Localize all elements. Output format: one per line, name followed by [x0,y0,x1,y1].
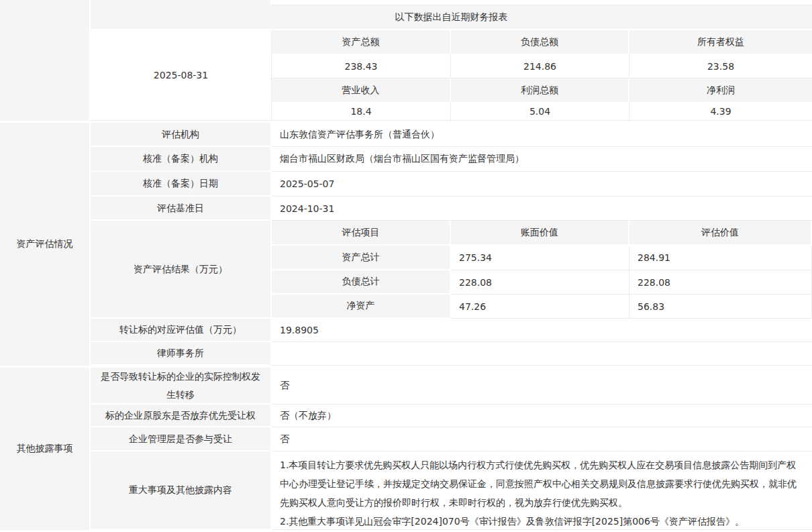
table-row: 标的企业原股东是否放弃优先受让权 否（不放弃） [91,405,812,427]
result-header-book: 账面价值 [451,221,629,246]
fin-header-equity: 所有者权益 [629,30,812,54]
fin-value-profit-total: 5.04 [451,103,629,121]
table-row: 转让标的对应评估值（万元） 19.8905 [91,319,812,342]
result-item-total-liabilities: 负债总计 [272,270,451,295]
field-value-waive-preemptive: 否（不放弃） [272,405,812,427]
fin-value-revenue: 18.4 [272,103,451,121]
result-assessed-total-assets: 284.91 [629,246,812,270]
result-item-net-assets: 净资产 [272,295,451,319]
fin-value-liabilities: 214.86 [451,54,629,78]
fin-header-profit-total: 利润总额 [451,78,629,103]
table-row: 核准（备案）机构 烟台市福山区财政局（烟台市福山区国有资产监督管理局） [91,147,812,172]
field-label-base-date: 评估基准日 [91,197,272,221]
section-label-other: 其他披露事项 [0,368,91,530]
field-label-approval-date: 核准（备案）日期 [91,172,272,197]
result-book-total-assets: 275.34 [451,246,629,270]
fin-header-revenue: 营业收入 [272,78,451,103]
field-label-control-transfer: 是否导致转让标的企业的实际控制权发生转移 [91,368,272,405]
result-book-total-liabilities: 228.08 [451,270,629,295]
section-financial: 以下数据出自近期财务报表 2025-08-31 资产总额 负债总额 所有者权益 … [0,0,812,121]
section-label-financial-empty [0,0,91,121]
result-header-assessed: 评估价值 [629,221,812,246]
financial-grid: 资产总额 负债总额 所有者权益 238.43 214.86 23.58 营业收入… [272,30,812,121]
field-label-waive-preemptive: 标的企业原股东是否放弃优先受让权 [91,405,272,427]
section-valuation: 资产评估情况 评估机构 山东敦信资产评估事务所（普通合伙） 核准（备案）机构 烟… [0,123,812,366]
table-row: 评估机构 山东敦信资产评估事务所（普通合伙） [91,123,812,147]
fin-header-net-profit: 净利润 [629,78,812,103]
valuation-result-block: 资产评估结果（万元） 评估项目 账面价值 评估价值 资产总计 275.34 28… [91,221,812,319]
field-value-management-participation: 否 [272,427,812,451]
result-assessed-net-assets: 56.83 [629,295,812,319]
table-row: 是否导致转让标的企业的实际控制权发生转移 否 [91,368,812,405]
result-header-item: 评估项目 [272,221,451,246]
fin-value-assets: 238.43 [272,54,451,78]
table-row: 律师事务所 [91,342,812,366]
report-date-cell: 2025-08-31 [91,30,272,121]
field-label-management-participation: 企业管理层是否参与受让 [91,427,272,451]
field-value-appraiser: 山东敦信资产评估事务所（普通合伙） [272,123,812,147]
table-row: 核准（备案）日期 2025-05-07 [91,172,812,197]
table-row: 评估基准日 2024-10-31 [91,197,812,221]
financial-note-text: 以下数据出自近期财务报表 [395,11,508,23]
financial-note-band: 以下数据出自近期财务报表 [91,5,812,30]
field-label-appraiser: 评估机构 [91,123,272,147]
field-label-law-firm: 律师事务所 [91,342,272,366]
field-value-control-transfer: 否 [272,368,812,405]
fin-header-liabilities: 负债总额 [451,30,629,54]
section-label-valuation: 资产评估情况 [0,123,91,366]
field-value-major-matters: 1.本项目转让方要求优先购买权人只能以场内行权方式行使优先购买权，优先购买权人应… [272,451,812,530]
cutoff-row-label [91,0,272,5]
field-value-approval-org: 烟台市福山区财政局（烟台市福山区国有资产监督管理局） [272,147,812,172]
field-value-target-assessed-value: 19.8905 [272,319,812,342]
result-item-total-assets: 资产总计 [272,246,451,270]
valuation-result-grid: 评估项目 账面价值 评估价值 资产总计 275.34 284.91 负债总计 2… [272,221,812,319]
field-value-approval-date: 2025-05-07 [272,172,812,197]
fin-value-net-profit: 4.39 [629,103,812,121]
section-other: 其他披露事项 是否导致转让标的企业的实际控制权发生转移 否 标的企业原股东是否放… [0,368,812,530]
field-label-approval-org: 核准（备案）机构 [91,147,272,172]
field-value-law-firm [272,342,812,366]
fin-header-assets: 资产总额 [272,30,451,54]
cutoff-row-value [272,0,812,5]
field-label-major-matters: 重大事项及其他披露内容 [91,451,272,530]
table-row: 企业管理层是否参与受让 否 [91,427,812,451]
disclosure-table: 以下数据出自近期财务报表 2025-08-31 资产总额 负债总额 所有者权益 … [0,0,812,532]
result-assessed-total-liabilities: 228.08 [629,270,812,295]
result-book-net-assets: 47.26 [451,295,629,319]
cutoff-row [91,0,812,5]
table-row: 重大事项及其他披露内容 1.本项目转让方要求优先购买权人只能以场内行权方式行使优… [91,451,812,530]
fin-value-equity: 23.58 [629,54,812,78]
field-label-valuation-result: 资产评估结果（万元） [91,221,272,319]
field-value-base-date: 2024-10-31 [272,197,812,221]
field-label-target-assessed-value: 转让标的对应评估值（万元） [91,319,272,342]
